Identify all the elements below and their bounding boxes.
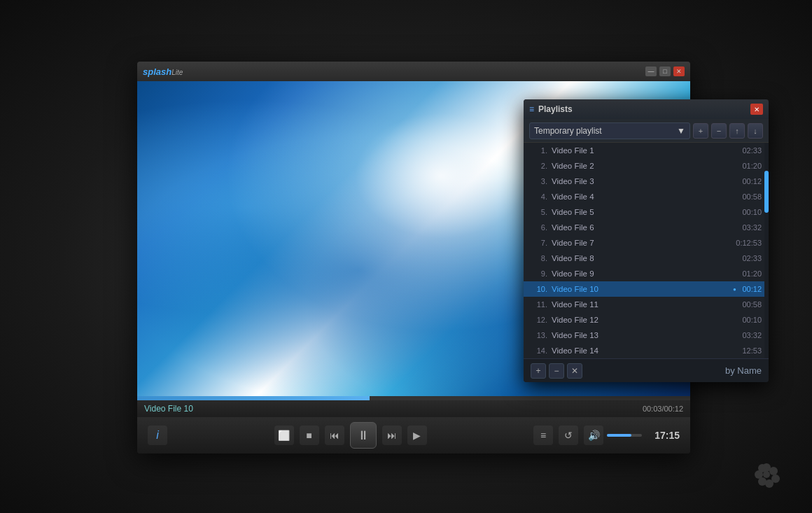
progress-bar[interactable]	[137, 396, 690, 400]
info-button[interactable]: i	[148, 426, 167, 445]
playlist-scrollbar-thumb	[764, 171, 769, 213]
playlist-item-number: 5.	[531, 208, 547, 216]
watermark-logo	[749, 457, 784, 492]
playlist-item-name: Video File 3	[552, 177, 742, 185]
svg-point-1	[769, 467, 778, 475]
playlist-item[interactable]: 10.Video File 10●00:12	[524, 281, 769, 297]
playlist-scrollbar[interactable]	[764, 143, 769, 358]
playlist-item-duration: 03:32	[742, 331, 762, 339]
frame-forward-button[interactable]: ▶	[407, 426, 427, 445]
playlist-item[interactable]: 11.Video File 1100:58	[524, 297, 769, 312]
playlist-item-duration: 01:20	[742, 269, 762, 278]
playlist-item-duration: 00:12	[742, 177, 762, 185]
pause-button[interactable]: ⏸	[350, 422, 377, 449]
playlist-item[interactable]: 7.Video File 70:12:53	[524, 235, 769, 251]
playlist-selector-value: Temporary playlist	[534, 126, 602, 136]
playlist-item-number: 3.	[531, 177, 547, 185]
controls-bar: i ⬜ ■ ⏮ ⏸ ⏭ ▶ ≡ ↺ 🔊 17:15	[137, 417, 690, 454]
playlist-remove-button[interactable]: −	[711, 123, 727, 139]
playlist-button[interactable]: ≡	[533, 426, 553, 445]
playlists-toolbar: Temporary playlist ▼ + − ↑ ↓	[524, 119, 769, 143]
time-total: 00:12	[664, 405, 683, 413]
playlist-item-duration: 00:58	[742, 300, 762, 309]
playlist-item-name: Video File 10	[552, 285, 729, 293]
playlist-item-duration: 03:32	[742, 223, 762, 232]
player-logo: splashLite	[143, 66, 645, 77]
playlist-item[interactable]: 14.Video File 1412:53	[524, 343, 769, 358]
playlist-item[interactable]: 13.Video File 1303:32	[524, 328, 769, 343]
playlist-selector-arrow: ▼	[677, 126, 685, 136]
logo-splash: splash	[143, 66, 172, 77]
playlist-item-number: 2.	[531, 162, 547, 170]
playlists-title: Playlists	[538, 104, 750, 114]
clock-display: 17:15	[654, 430, 680, 441]
playlist-item-name: Video File 4	[552, 192, 742, 201]
playlist-item-name: Video File 5	[552, 208, 742, 216]
playlist-item[interactable]: 1.Video File 102:33	[524, 143, 769, 158]
playlist-item-number: 8.	[531, 254, 547, 262]
playlist-move-down-button[interactable]: ↓	[748, 123, 763, 139]
volume-slider[interactable]	[607, 434, 642, 437]
progress-fill	[137, 396, 370, 400]
playlist-selector[interactable]: Temporary playlist ▼	[529, 122, 690, 139]
stop-button[interactable]: ■	[300, 426, 319, 445]
now-playing-bar: Video File 10 00:03/00:12	[137, 400, 690, 417]
playlist-item-name: Video File 8	[552, 254, 742, 262]
svg-point-6	[758, 464, 766, 472]
playlist-item[interactable]: 12.Video File 1200:10	[524, 312, 769, 328]
playlist-item-duration: 02:33	[742, 254, 762, 262]
prev-button[interactable]: ⏮	[325, 426, 344, 445]
playlist-item-duration: 0:12:53	[736, 239, 762, 247]
screenshot-button[interactable]: ⬜	[274, 426, 294, 445]
playback-time: 00:03/00:12	[643, 405, 683, 413]
playlist-item-number: 1.	[531, 146, 547, 155]
playlist-item-name: Video File 9	[552, 269, 742, 278]
playlists-panel: ≡ Playlists ✕ Temporary playlist ▼ + − ↑…	[524, 99, 769, 382]
playlist-item[interactable]: 3.Video File 300:12	[524, 174, 769, 189]
playlist-item-number: 12.	[531, 316, 547, 324]
player-titlebar: splashLite — □ ✕	[137, 62, 690, 81]
titlebar-buttons: — □ ✕	[645, 66, 685, 76]
playlist-item[interactable]: 2.Video File 201:20	[524, 158, 769, 174]
playlist-item-remove-button[interactable]: −	[549, 363, 564, 379]
playlist-list: 1.Video File 102:332.Video File 201:203.…	[524, 143, 769, 358]
playing-indicator-icon: ●	[729, 286, 739, 293]
playlist-item-number: 10.	[531, 285, 547, 293]
playlist-item-number: 14.	[531, 346, 547, 355]
next-button[interactable]: ⏭	[382, 426, 402, 445]
playlists-titlebar: ≡ Playlists ✕	[524, 99, 769, 119]
playlists-close-button[interactable]: ✕	[750, 104, 763, 115]
time-current: 00:03	[643, 405, 662, 413]
svg-point-7	[763, 471, 770, 478]
playlist-add-button[interactable]: +	[693, 123, 708, 139]
playlist-item-name: Video File 2	[552, 162, 742, 170]
playlist-item-name: Video File 6	[552, 223, 742, 232]
minimize-button[interactable]: —	[645, 66, 657, 76]
playlist-item[interactable]: 8.Video File 802:33	[524, 251, 769, 266]
playlist-item-duration: 00:10	[742, 316, 762, 324]
maximize-button[interactable]: □	[659, 66, 671, 76]
playlist-item-add-button[interactable]: +	[531, 363, 546, 379]
playlist-item-duration: 01:20	[742, 162, 762, 170]
playlist-item-duration: 00:58	[742, 192, 762, 201]
playlist-item[interactable]: 4.Video File 400:58	[524, 189, 769, 204]
playlist-item[interactable]: 9.Video File 901:20	[524, 266, 769, 281]
playlist-item-name: Video File 12	[552, 316, 742, 324]
playlists-bottom-bar: + − ✕ by Name	[524, 358, 769, 382]
close-button[interactable]: ✕	[673, 66, 685, 76]
playlist-move-up-button[interactable]: ↑	[729, 123, 745, 139]
repeat-button[interactable]: ↺	[559, 426, 578, 445]
playlist-item-number: 9.	[531, 269, 547, 278]
playlist-item[interactable]: 6.Video File 603:32	[524, 220, 769, 235]
sort-label: by Name	[725, 365, 762, 376]
playlist-item-duration: 02:33	[742, 146, 762, 155]
logo-lite: Lite	[172, 69, 183, 76]
now-playing-title: Video File 10	[144, 404, 643, 414]
volume-button[interactable]: 🔊	[584, 426, 603, 445]
playlist-item-clear-button[interactable]: ✕	[567, 363, 582, 379]
volume-fill	[607, 434, 631, 437]
volume-area: 🔊	[584, 426, 642, 445]
playlist-item-number: 7.	[531, 239, 547, 247]
playlist-item[interactable]: 5.Video File 500:10	[524, 204, 769, 220]
playlist-item-duration: 00:10	[742, 208, 762, 216]
